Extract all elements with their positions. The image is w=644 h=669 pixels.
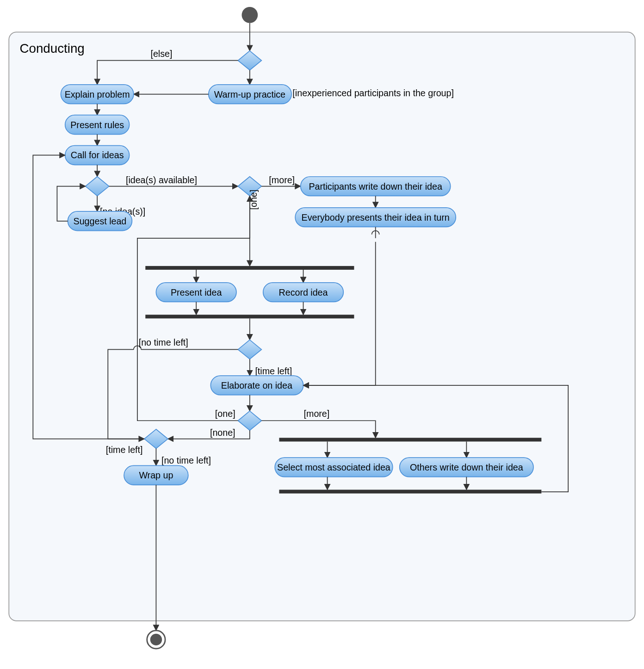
fork-bar-2 xyxy=(279,438,541,441)
guard-none: [none] xyxy=(210,427,235,438)
fork-bar-1 xyxy=(145,266,354,270)
guard-more: [more] xyxy=(269,175,295,185)
label-elab: Elaborate on idea xyxy=(221,380,292,390)
final-node-inner xyxy=(150,634,162,645)
activity-diagram: Conducting [else] [inexperienced partici… xyxy=(0,0,644,669)
initial-node xyxy=(242,7,258,23)
guard-timel: [time left] xyxy=(255,366,292,376)
label-select: Select most associated idea xyxy=(277,462,390,472)
label-write: Participants write down their idea xyxy=(309,181,442,192)
guard-notime: [no time left] xyxy=(139,337,188,347)
guard-notime2: [no time left] xyxy=(161,455,211,465)
label-record: Record idea xyxy=(279,287,328,297)
join-bar-2 xyxy=(279,489,541,493)
guard-inexp: [inexperienced participants in the group… xyxy=(292,88,454,98)
label-call: Call for ideas xyxy=(71,150,124,160)
label-others: Others write down their idea xyxy=(410,462,523,472)
guard-more2: [more] xyxy=(304,409,330,419)
guard-else: [else] xyxy=(150,49,172,59)
join-bar-1 xyxy=(145,315,354,318)
label-suggest: Suggest lead xyxy=(74,216,127,226)
guard-one2: [one] xyxy=(215,409,235,419)
frame-title: Conducting xyxy=(19,41,84,56)
label-present: Present idea xyxy=(171,287,222,297)
label-explain: Explain problem xyxy=(65,89,130,99)
label-rules: Present rules xyxy=(70,120,124,130)
guard-avail: [idea(s) available] xyxy=(126,175,197,185)
label-warmup: Warm-up practice xyxy=(214,89,285,99)
guard-timel2: [time left] xyxy=(106,445,143,455)
label-wrap: Wrap up xyxy=(139,470,173,480)
label-present-each: Everybody presents their idea in turn xyxy=(302,212,450,223)
